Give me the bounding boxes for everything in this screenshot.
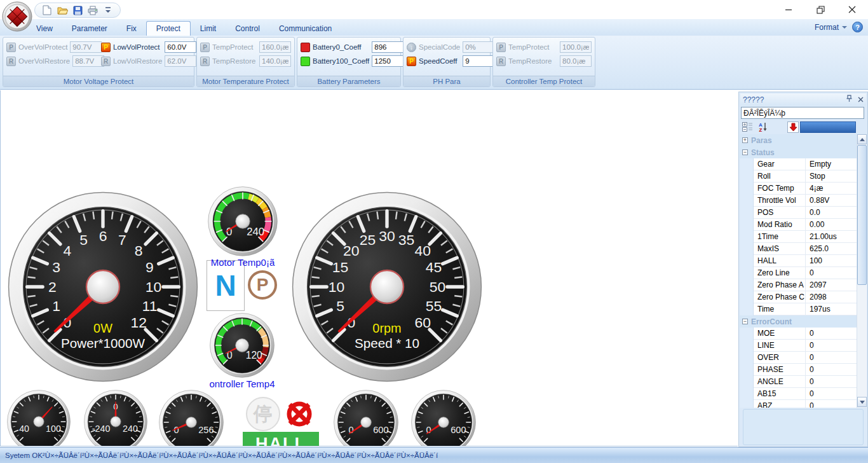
property-value[interactable]: 0	[806, 388, 857, 400]
p-orange-icon[interactable]: P	[101, 43, 111, 52]
r-gray-icon[interactable]: R	[6, 57, 16, 66]
square-red-icon[interactable]	[301, 43, 310, 52]
grid-row-zero-phase-c[interactable]: Zero Phase C2098	[740, 291, 857, 303]
overvolprotect-value[interactable]	[70, 41, 102, 53]
r-gray-icon[interactable]: R	[200, 57, 210, 66]
new-document-icon[interactable]	[41, 4, 53, 16]
grid-row-throttle-vol[interactable]: Throttle Vol0.88V	[740, 195, 857, 207]
sort-az-icon[interactable]: AZ	[758, 121, 768, 135]
grid-row-ab15[interactable]: AB150	[740, 388, 857, 400]
tempprotect-value[interactable]	[259, 41, 291, 53]
property-value[interactable]: 100	[806, 255, 857, 267]
close-icon[interactable]	[836, 0, 868, 19]
lowvolrestore-value[interactable]	[165, 55, 196, 67]
property-value[interactable]: 0	[806, 364, 857, 376]
print-icon[interactable]	[87, 4, 98, 16]
tab-protect[interactable]: Protect	[146, 21, 191, 36]
row-gutter	[740, 352, 754, 364]
property-value[interactable]: 0	[806, 352, 857, 364]
grid-row-roll[interactable]: RollStop	[740, 170, 857, 183]
download-red-arrow-icon[interactable]	[787, 121, 799, 133]
grid-row-maxis[interactable]: MaxIS625.0	[740, 243, 857, 255]
save-icon[interactable]	[72, 4, 83, 16]
p-orange-icon[interactable]: P	[407, 57, 416, 66]
panel-header[interactable]: ?????	[740, 93, 866, 106]
property-value[interactable]: Empty	[806, 158, 857, 170]
grid-row-phase[interactable]: PHASE0	[740, 364, 857, 376]
panel-close-icon[interactable]	[858, 95, 864, 104]
help-icon[interactable]: ?	[852, 22, 863, 32]
restore-icon[interactable]	[804, 0, 836, 19]
r-gray-icon[interactable]: R	[496, 57, 506, 66]
scroll-down-icon[interactable]	[857, 397, 867, 407]
property-value[interactable]: 4¡æ	[806, 183, 857, 195]
grid-section-paras[interactable]: +Paras	[740, 134, 857, 146]
grid-row-hall[interactable]: HALL100	[740, 255, 857, 267]
property-value[interactable]: 0	[806, 340, 857, 352]
property-value[interactable]: 2098	[806, 291, 857, 303]
property-value[interactable]: 0.00	[806, 219, 857, 231]
minimize-icon[interactable]	[773, 0, 804, 19]
square-green-icon[interactable]	[301, 57, 310, 66]
pin-icon[interactable]	[846, 95, 853, 104]
temprestore-value[interactable]	[259, 55, 291, 67]
parameter-file-input[interactable]	[741, 107, 864, 119]
tab-limit[interactable]: Limit	[191, 22, 226, 36]
grid-row-1time[interactable]: 1Time21.00us	[740, 231, 857, 243]
categorize-icon[interactable]	[742, 122, 753, 134]
property-value[interactable]: 0.88V	[806, 195, 857, 207]
property-value[interactable]: 0	[806, 328, 857, 340]
tempprotect-value[interactable]	[560, 41, 592, 53]
grid-row-abz[interactable]: ABZ0	[740, 400, 857, 408]
battery100_coeff-value[interactable]	[372, 55, 403, 67]
battery0_coeff-value[interactable]	[372, 41, 403, 53]
grid-row-angle[interactable]: ANGLE0	[740, 376, 857, 388]
lowvolprotect-value[interactable]	[165, 41, 196, 53]
grid-row-gear[interactable]: GearEmpty	[740, 158, 857, 170]
temprestore-value[interactable]	[560, 55, 592, 67]
property-value[interactable]: 0	[806, 376, 857, 388]
format-menu[interactable]: Format	[815, 23, 847, 32]
property-value[interactable]: 0	[806, 400, 857, 408]
property-value[interactable]: 2097	[806, 279, 857, 291]
grid-section-errorcount[interactable]: −ErrorCount	[740, 315, 857, 328]
property-value[interactable]: 625.0	[806, 243, 857, 255]
tab-communication[interactable]: Communication	[269, 22, 341, 36]
open-icon[interactable]	[57, 4, 68, 16]
scroll-up-icon[interactable]	[857, 134, 867, 144]
grid-row-mod-ratio[interactable]: Mod Ratio0.00	[740, 219, 857, 231]
scrollbar-thumb[interactable]	[857, 145, 867, 285]
grid-row-foc-temp[interactable]: FOC Temp4¡æ	[740, 183, 857, 195]
panel-scrollbar[interactable]	[857, 134, 867, 408]
customize-quick-access-icon[interactable]	[102, 4, 114, 16]
grid-row-zero-phase-a[interactable]: Zero Phase A2097	[740, 279, 857, 291]
collapse-icon[interactable]: −	[742, 149, 748, 155]
tab-control[interactable]: Control	[226, 22, 269, 36]
property-value[interactable]: 0.0	[806, 207, 857, 219]
p-gray-icon[interactable]: P	[496, 43, 506, 52]
p-gray-icon[interactable]: P	[6, 43, 16, 52]
grid-row-moe[interactable]: MOE0	[740, 328, 857, 340]
property-value[interactable]: 0	[806, 267, 857, 279]
p-gray-icon[interactable]: P	[200, 43, 210, 52]
grid-row-over[interactable]: OVER0	[740, 352, 857, 364]
grid-row-line[interactable]: LINE0	[740, 340, 857, 352]
svg-text:45: 45	[426, 259, 442, 275]
property-value[interactable]: Stop	[806, 170, 857, 183]
r-gray-icon[interactable]: R	[101, 57, 111, 66]
collapse-icon[interactable]: −	[742, 319, 748, 324]
tab-parameter[interactable]: Parameter	[62, 22, 117, 36]
toolbar-selection-bar[interactable]	[800, 121, 856, 133]
grid-row-time[interactable]: Time197us	[740, 303, 857, 315]
grid-row-zero-line[interactable]: Zero Line0	[740, 267, 857, 279]
grid-row-pos[interactable]: POS0.0	[740, 207, 857, 219]
circle-down-icon[interactable]: ↓	[407, 43, 416, 52]
app-logo-diamond-icon[interactable]	[2, 1, 32, 32]
speedcoeff-value[interactable]	[463, 55, 494, 67]
grid-section-status[interactable]: −Status	[740, 146, 857, 158]
property-value[interactable]: 21.00us	[806, 231, 857, 243]
tab-fix[interactable]: Fix	[117, 22, 146, 36]
expand-icon[interactable]: +	[742, 137, 748, 143]
property-value[interactable]: 197us	[806, 303, 857, 315]
specialcode-value[interactable]	[463, 41, 494, 53]
